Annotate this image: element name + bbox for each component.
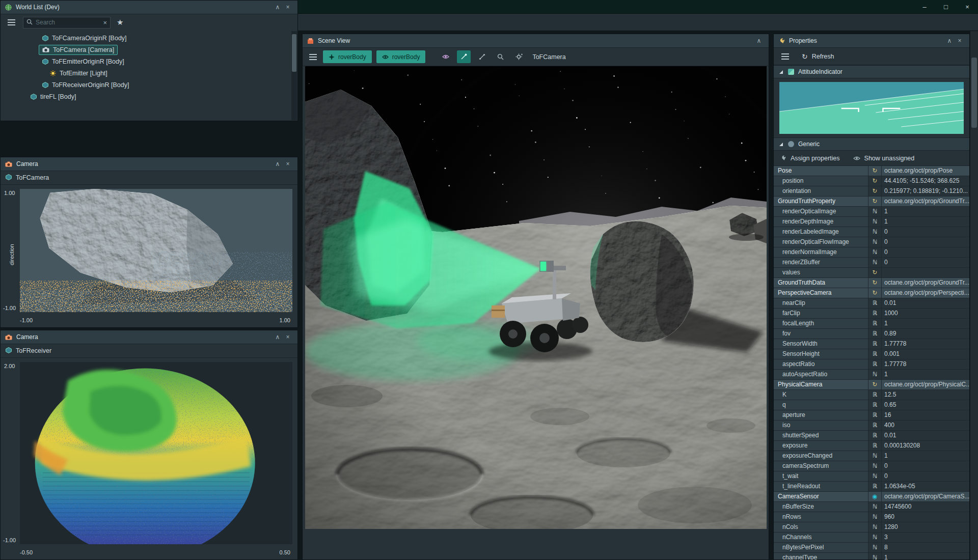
property-row[interactable]: apertureℝ16 (774, 410, 969, 421)
tree-entry[interactable]: tireFL [Body] (27, 92, 79, 102)
tree-item[interactable]: ToFCameraOriginR [Body] (1, 32, 297, 44)
property-row[interactable]: values↻ (774, 268, 969, 278)
property-value: 8 (882, 543, 969, 552)
tree-entry[interactable]: TofEmitter [Light] (46, 68, 111, 78)
property-row[interactable]: nRowsℕ960 (774, 512, 969, 522)
tree-entry[interactable]: tireFR [Body] (27, 103, 81, 106)
tree-entry[interactable]: ToFCameraOriginR [Body] (39, 33, 130, 43)
tree-item[interactable]: ToFReceiverOriginR [Body] (1, 79, 297, 91)
property-row[interactable]: nChannelsℕ3 (774, 533, 969, 543)
property-row[interactable]: farClipℝ1000 (774, 309, 969, 319)
tree-entry[interactable]: ToFEmitterOriginR [Body] (39, 57, 128, 67)
property-row[interactable]: focalLengthℝ1 (774, 319, 969, 329)
scene-toolbar: roverBody roverBody ToFCamera (303, 48, 769, 66)
section-generic[interactable]: Generic (774, 137, 969, 151)
property-row[interactable]: nBytesPerPixelℕ8 (774, 543, 969, 553)
close-panel-button[interactable]: × (955, 37, 965, 44)
property-row[interactable]: nearClipℝ0.01 (774, 298, 969, 309)
collapse-panel-button[interactable]: ∧ (273, 333, 283, 341)
tree-item[interactable]: ToFEmitterOriginR [Body] (1, 55, 297, 67)
scene-3d-viewport[interactable] (305, 66, 767, 529)
visibility-icon[interactable] (439, 50, 452, 63)
property-row[interactable]: t_waitℕ0 (774, 471, 969, 482)
search-input[interactable] (36, 19, 100, 26)
property-row[interactable]: qℝ0.65 (774, 400, 969, 410)
property-row[interactable]: fovℝ0.89 (774, 329, 969, 339)
property-row[interactable]: renderNormalImageℕ0 (774, 247, 969, 258)
tree-item[interactable]: tireFL [Body] (1, 91, 297, 102)
assign-properties-button[interactable]: Assign properties (780, 155, 840, 162)
property-row[interactable]: aspectRatioℝ1.77778 (774, 359, 969, 370)
property-row[interactable]: autoAspectRatioℕ1 (774, 370, 969, 380)
property-row[interactable]: Kℝ12.5 (774, 390, 969, 400)
property-value (882, 268, 969, 277)
property-row[interactable]: renderLabeledImageℕ0 (774, 227, 969, 237)
property-row[interactable]: exposureℝ0.000130208 (774, 441, 969, 451)
property-name: fov (774, 329, 868, 339)
clear-search-icon[interactable]: × (103, 19, 107, 26)
section-attitude-indicator[interactable]: AttitudeIndicator (774, 65, 969, 78)
close-button[interactable]: × (957, 0, 978, 13)
nat-type-icon: ℕ (868, 512, 882, 522)
property-row[interactable]: SensorHeightℝ0.001 (774, 349, 969, 359)
property-row[interactable]: PhysicalCamera↻octane.org/oct/prop/Physi… (774, 380, 969, 390)
property-row[interactable]: orientation↻0.215977; 0.188819; -0.1210.… (774, 186, 969, 197)
close-panel-button[interactable]: × (283, 4, 293, 11)
property-row[interactable]: GroundTruthData↻octane.org/oct/prop/Grou… (774, 278, 969, 288)
property-row[interactable]: renderOpticalFlowImageℕ0 (774, 237, 969, 247)
property-row[interactable]: nColsℕ1280 (774, 522, 969, 533)
tree-entry[interactable]: ToFReceiverOriginR [Body] (39, 80, 132, 90)
search-box: × (23, 17, 111, 29)
collapse-panel-button[interactable]: ∧ (273, 4, 283, 11)
close-panel-button[interactable]: × (283, 333, 293, 341)
maximize-button[interactable]: □ (935, 0, 957, 13)
nat-type-icon: ℕ (868, 258, 882, 267)
select-body-button[interactable]: roverBody (323, 50, 372, 63)
property-row[interactable]: exposureChangedℕ1 (774, 451, 969, 461)
line-probe-icon[interactable] (475, 50, 489, 63)
favorites-icon[interactable]: ★ (117, 18, 123, 27)
minimize-button[interactable]: – (914, 0, 935, 13)
property-row[interactable]: GroundTruthProperty↻octane.org/oct/prop/… (774, 197, 969, 207)
property-row[interactable]: CameraSensor◉octane.org/oct/prop/CameraS… (774, 492, 969, 502)
property-value: 0.01 (882, 298, 969, 308)
real-type-icon: ℝ (868, 441, 882, 451)
property-row[interactable]: t_lineReadoutℝ1.0634e-05 (774, 482, 969, 492)
tree-item[interactable]: tireFR [Body] (1, 102, 297, 105)
tree-item-label: ToFEmitterOriginR [Body] (52, 58, 124, 65)
property-row[interactable]: cameraSpectrumℕ0 (774, 461, 969, 471)
property-row[interactable]: position↻44.4105; -51.5246; 368.625 (774, 176, 969, 186)
collapse-panel-button[interactable]: ∧ (273, 160, 283, 167)
property-name: aspectRatio (774, 359, 868, 369)
property-row[interactable]: PerspectiveCamera↻octane.org/oct/prop/Pe… (774, 288, 969, 298)
wrench-icon (778, 38, 785, 44)
follow-body-button[interactable]: roverBody (376, 50, 426, 63)
properties-scrollbar[interactable] (970, 31, 978, 560)
property-row[interactable]: SensorWidthℝ1.77778 (774, 339, 969, 349)
property-row[interactable]: channelTypeℕ1 (774, 553, 969, 559)
property-row[interactable]: renderZBufferℕ0 (774, 258, 969, 268)
property-row[interactable]: renderOpticalImageℕ1 (774, 207, 969, 217)
sensor-settings-icon[interactable] (512, 50, 526, 63)
show-unassigned-button[interactable]: Show unassigned (853, 155, 915, 162)
property-row[interactable]: Pose↻octane.org/oct/prop/Pose (774, 166, 969, 176)
tree-menu-icon[interactable] (6, 17, 17, 28)
nat-type-icon: ℕ (868, 543, 882, 552)
scene-menu-icon[interactable] (307, 51, 318, 63)
draw-ray-icon[interactable] (457, 50, 471, 63)
tree-entry[interactable]: ToFCamera [Camera] (39, 45, 118, 55)
refresh-button[interactable]: ↻ Refresh (802, 52, 834, 61)
properties-menu-icon[interactable] (779, 51, 791, 62)
property-row[interactable]: renderDepthImageℕ1 (774, 217, 969, 227)
tree-item[interactable]: TofEmitter [Light] (1, 67, 297, 79)
collapse-panel-button[interactable]: ∧ (754, 37, 764, 44)
close-panel-button[interactable]: × (283, 160, 293, 167)
property-row[interactable]: isoℝ400 (774, 421, 969, 431)
tree-item[interactable]: ToFCamera [Camera] (1, 44, 297, 55)
tree-scrollbar[interactable] (291, 31, 297, 120)
collapse-panel-button[interactable]: ∧ (944, 37, 955, 44)
property-row[interactable]: shutterSpeedℝ0.01 (774, 431, 969, 441)
properties-actions: Assign properties Show unassigned (774, 151, 969, 166)
zoom-icon[interactable] (494, 50, 507, 63)
property-row[interactable]: nBufferSizeℕ14745600 (774, 502, 969, 512)
